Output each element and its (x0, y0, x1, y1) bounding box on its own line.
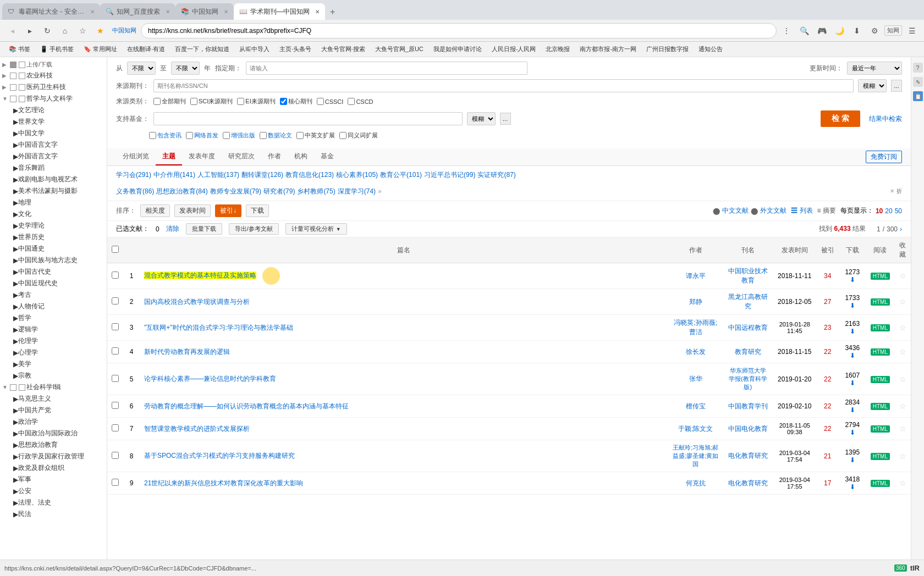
checkbox2-agri[interactable] (19, 73, 25, 79)
row8-cite-num[interactable]: 21 (824, 452, 831, 460)
checkbox2-medical[interactable] (19, 84, 25, 91)
sidebar-item-modern[interactable]: ▶ 中国近现代史 (11, 278, 107, 289)
row6-star[interactable]: ☆ (899, 402, 906, 411)
tag-empirical[interactable]: 实证研究(87) (477, 169, 515, 181)
sidebar-item-philo-sub[interactable]: ▶ 哲学 (11, 312, 107, 324)
sidebar-item-philo[interactable]: ▼ 哲学与人文科学 (0, 93, 107, 104)
sidebar-item-military[interactable]: ▶ 军事 (11, 474, 107, 485)
row4-title[interactable]: 新时代劳动教育再发展的逻辑 (144, 348, 230, 356)
sidebar-item-admin[interactable]: ▶ 行政学及国家行政管理 (11, 451, 107, 462)
row8-dl-icon[interactable]: ⬇ (850, 456, 855, 464)
row6-journal[interactable]: 中国教育学刊 (723, 395, 773, 418)
row5-dl-icon[interactable]: ⬇ (850, 379, 855, 387)
row6-author[interactable]: 檀传宝 (668, 395, 723, 418)
tab-author[interactable]: 作者 (261, 148, 288, 165)
sidebar-item-cnlang[interactable]: ▶ 中国语言文字 (11, 139, 107, 151)
row7-check[interactable] (107, 418, 123, 440)
fund-input[interactable] (153, 112, 463, 125)
tag-ai[interactable]: 人工智能(137) (197, 169, 239, 181)
url-input[interactable] (148, 27, 769, 35)
sidebar-item-medical[interactable]: ▶ 医药卫生科技 (0, 81, 107, 93)
row5-star[interactable]: ☆ (899, 375, 906, 384)
bookmark-dayu2[interactable]: 大鱼号官网_原UC (371, 43, 428, 56)
tag-ideological[interactable]: 思想政治教育(84) (156, 186, 207, 198)
row5-checkbox[interactable] (112, 375, 119, 382)
cnki-app-link[interactable]: 知网 (884, 25, 902, 36)
sidebar-item-marxism[interactable]: ▶ 马克思主义 (11, 393, 107, 405)
row3-html[interactable]: HTML (871, 324, 890, 331)
row9-html[interactable]: HTML (871, 480, 890, 487)
sidebar-item-music[interactable]: ▶ 音乐舞蹈 (11, 162, 107, 174)
row4-dl-icon[interactable]: ⬇ (850, 352, 855, 359)
sidebar-item-social1[interactable]: ▼ 社会科学I辑 (0, 381, 107, 393)
bookmark-baidu[interactable]: 百度一下，你就知道 (170, 43, 234, 56)
row1-html[interactable]: HTML (871, 273, 890, 280)
row9-star[interactable]: ☆ (899, 479, 906, 488)
fund-options-btn[interactable]: … (500, 113, 511, 125)
row3-journal[interactable]: 中国远程教育 (723, 315, 773, 341)
per-page-50[interactable]: 50 (895, 207, 902, 215)
row4-check[interactable] (107, 341, 123, 363)
row5-journal[interactable]: 华东师范大学学报(教育科学版) (723, 363, 773, 395)
cb-sci[interactable]: SCI来源期刊 (190, 97, 233, 106)
tab-duba[interactable]: 🛡 毒霸网址大全 - 安全实用的网址导航 ✕ (2, 3, 100, 20)
row3-dl-icon[interactable]: ⬇ (850, 328, 855, 335)
cb-all-input[interactable] (153, 98, 161, 105)
tab-browse[interactable]: 分组浏览 (116, 148, 156, 165)
tab-close-baidu[interactable]: ✕ (166, 9, 170, 15)
row1-journal[interactable]: 中国职业技术教育 (723, 263, 773, 289)
back-button[interactable]: ◂ (4, 23, 20, 38)
journal-match-select[interactable]: 模糊 (858, 79, 887, 92)
right-btn-note[interactable]: 📋 (913, 91, 923, 101)
cb-cscd[interactable]: CSCD (348, 98, 373, 105)
bookmark-apply[interactable]: 我是如何申请讨论 (429, 43, 486, 56)
sidebar-item-historiography[interactable]: ▶ 史学理论 (11, 220, 107, 231)
sidebar-item-ethics[interactable]: ▶ 伦理学 (11, 335, 107, 347)
checkbox2-social1[interactable] (19, 384, 25, 391)
designated-input[interactable] (246, 62, 527, 75)
row7-html[interactable]: HTML (871, 425, 890, 433)
sidebar-item-forlang[interactable]: ▶ 外国语言文字 (11, 151, 107, 162)
row4-journal[interactable]: 教育研究 (723, 341, 773, 363)
row7-journal[interactable]: 中国电化教育 (723, 418, 773, 440)
sidebar-item-cnlit[interactable]: ▶ 中国文学 (11, 128, 107, 139)
row2-dl-icon[interactable]: ⬇ (850, 302, 855, 309)
tab-org[interactable]: 机构 (288, 148, 314, 165)
row8-html[interactable]: HTML (871, 453, 890, 460)
cb-core[interactable]: 核心期刊 (280, 97, 312, 106)
sidebar-item-law[interactable]: ▶ 法理、法史 (11, 497, 107, 508)
ecb-zixun-input[interactable] (149, 132, 156, 139)
row4-star[interactable]: ☆ (899, 347, 906, 356)
bookmark-youdao[interactable]: 在线翻译·有道 (123, 43, 169, 56)
tab-cnki1[interactable]: 📚 中国知网 ✕ (175, 3, 234, 20)
tags-fold-btn[interactable]: 折 (897, 186, 902, 196)
select-all-checkbox[interactable] (112, 246, 119, 253)
row1-author[interactable]: 谭永平 (668, 263, 723, 289)
row2-author[interactable]: 郑静 (668, 289, 723, 315)
ecb-zengjian-input[interactable] (223, 132, 230, 139)
row8-title[interactable]: 基于SPOC混合式学习模式的学习支持服务构建研究 (144, 452, 295, 459)
row3-checkbox[interactable] (112, 323, 119, 330)
per-page-10[interactable]: 10 (876, 207, 883, 215)
settings-button[interactable]: ⚙ (867, 23, 882, 38)
cb-cscd-input[interactable] (348, 98, 355, 105)
row6-check[interactable] (107, 395, 123, 418)
download-button[interactable]: ⬇ (849, 23, 865, 38)
row3-cite-num[interactable]: 23 (824, 324, 831, 331)
bookmark-common[interactable]: 🔖 常用网址 (79, 43, 122, 56)
row1-title[interactable]: 混合式教学模式的基本特征及实施策略 (144, 272, 256, 279)
row5-html[interactable]: HTML (871, 376, 890, 383)
bookmark-button[interactable]: ☆ (75, 23, 90, 38)
sidebar-item-religion[interactable]: ▶ 宗教 (11, 370, 107, 381)
tab-fund[interactable]: 基金 (314, 148, 340, 165)
sidebar-item-worldhist[interactable]: ▶ 世界历史 (11, 231, 107, 243)
right-btn-help[interactable]: ? (913, 63, 923, 73)
row6-title[interactable]: 劳动教育的概念理解——如何认识劳动教育概念的基本内涵与基本特征 (144, 402, 349, 410)
bookmark-ie[interactable]: 从IE中导入 (235, 43, 273, 56)
tab-close-cnki1[interactable]: ✕ (224, 9, 228, 15)
extensions-button[interactable]: ⋮ (779, 23, 794, 38)
checkbox2-upload[interactable] (19, 62, 25, 68)
ecb-expand-cn[interactable]: 中英文扩展 (296, 131, 335, 140)
sidebar-item-police[interactable]: ▶ 公安 (11, 485, 107, 497)
search-toggle[interactable]: 🔍 (796, 23, 812, 38)
